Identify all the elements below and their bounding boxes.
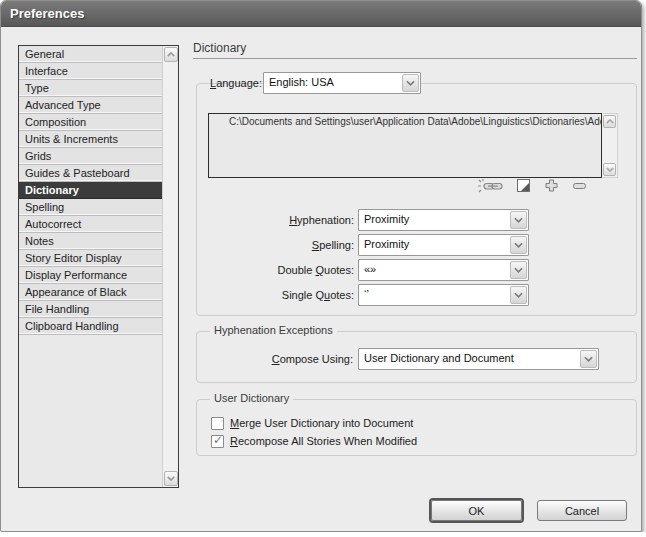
relink-user-dictionary-icon[interactable] [477, 179, 504, 193]
sidebar-item-story-editor-display[interactable]: Story Editor Display [19, 250, 162, 267]
user-dictionary-title: User Dictionary [210, 392, 293, 404]
sidebar-item-file-handling[interactable]: File Handling [19, 301, 162, 318]
hyphenation-select[interactable]: Proximity [358, 209, 529, 231]
sidebar-item-spelling[interactable]: Spelling [19, 199, 162, 216]
single-quotes-label: Single Quotes: [196, 289, 354, 301]
sidebar-item-clipboard-handling[interactable]: Clipboard Handling [19, 318, 162, 335]
chevron-down-icon[interactable] [580, 350, 597, 368]
dictionary-tools [477, 179, 597, 195]
cancel-button[interactable]: Cancel [537, 500, 627, 521]
sidebar-item-guides-pasteboard[interactable]: Guides & Pasteboard [19, 165, 162, 182]
sidebar-item-autocorrect[interactable]: Autocorrect [19, 216, 162, 233]
recompose-stories-row: Recompose All Stories When Modified [211, 434, 417, 448]
merge-user-dictionary-row: Merge User Dictionary into Document [211, 416, 413, 430]
single-quotes-select[interactable]: ‘’ [358, 284, 529, 306]
chevron-down-icon[interactable] [402, 74, 419, 92]
compose-using-label: Compose Using: [196, 353, 353, 365]
sidebar-item-notes[interactable]: Notes [19, 233, 162, 250]
language-label: Language: [210, 77, 262, 89]
hyphenation-label: Hyphenation: [196, 214, 354, 226]
language-select[interactable]: English: USA [263, 72, 421, 94]
scroll-down-icon[interactable] [603, 163, 616, 176]
sidebar-item-composition[interactable]: Composition [19, 114, 162, 131]
sidebar-item-display-performance[interactable]: Display Performance [19, 267, 162, 284]
heading-divider [193, 58, 637, 59]
merge-user-dictionary-label: Merge User Dictionary into Document [230, 417, 413, 429]
remove-user-dictionary-icon[interactable] [573, 183, 586, 189]
scroll-down-icon[interactable] [164, 471, 178, 486]
sidebar-item-units-increments[interactable]: Units & Increments [19, 131, 162, 148]
spelling-select[interactable]: Proximity [358, 234, 529, 256]
sidebar-item-grids[interactable]: Grids [19, 148, 162, 165]
add-user-dictionary-icon[interactable] [545, 179, 558, 192]
window-title: Preferences [10, 6, 84, 21]
category-list-rows: General Interface Type Advanced Type Com… [19, 46, 162, 335]
new-user-dictionary-icon[interactable] [517, 179, 530, 192]
preferences-dialog: Preferences General Interface Type Advan… [0, 0, 642, 532]
chevron-down-icon[interactable] [510, 236, 527, 254]
sidebar-item-interface[interactable]: Interface [19, 63, 162, 80]
merge-user-dictionary-checkbox[interactable] [211, 417, 224, 430]
recompose-stories-label: Recompose All Stories When Modified [230, 435, 417, 447]
page-title: Dictionary [193, 41, 246, 55]
sidebar-item-dictionary[interactable]: Dictionary [19, 182, 162, 199]
dictionary-path-item[interactable]: C:\Documents and Settings\user\Applicati… [209, 114, 601, 127]
sidebar-item-general[interactable]: General [19, 46, 162, 63]
chevron-down-icon[interactable] [510, 261, 527, 279]
double-quotes-label: Double Quotes: [196, 264, 354, 276]
sidebar-item-advanced-type[interactable]: Advanced Type [19, 97, 162, 114]
titlebar[interactable]: Preferences [1, 1, 641, 27]
sidebar-scrollbar[interactable] [162, 46, 178, 487]
sidebar-item-type[interactable]: Type [19, 80, 162, 97]
ok-button[interactable]: OK [431, 500, 522, 521]
preferences-category-list: General Interface Type Advanced Type Com… [18, 45, 179, 488]
sidebar-item-appearance-of-black[interactable]: Appearance of Black [19, 284, 162, 301]
scroll-up-icon[interactable] [164, 47, 178, 62]
scroll-up-icon[interactable] [603, 115, 616, 128]
chevron-down-icon[interactable] [510, 286, 527, 304]
double-quotes-select[interactable]: «» [358, 259, 529, 281]
chevron-down-icon[interactable] [510, 211, 527, 229]
dictionary-list-scrollbar[interactable] [603, 113, 618, 178]
recompose-stories-checkbox[interactable] [211, 435, 224, 448]
spelling-label: Spelling: [196, 239, 354, 251]
compose-using-select[interactable]: User Dictionary and Document [358, 348, 599, 370]
hyphenation-exceptions-title: Hyphenation Exceptions [210, 324, 337, 336]
dictionary-path-list[interactable]: C:\Documents and Settings\user\Applicati… [208, 113, 602, 178]
